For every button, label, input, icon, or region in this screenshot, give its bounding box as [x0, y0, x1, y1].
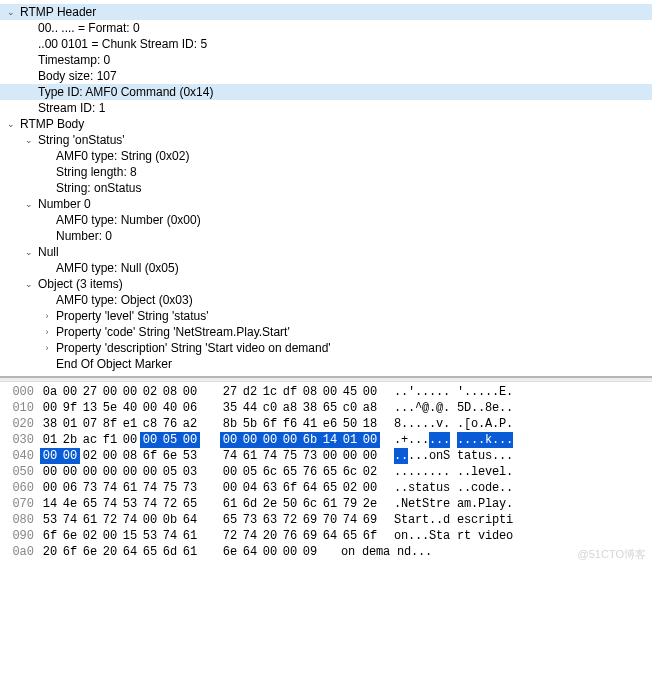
hex-bytes: 5374617274000b646573637269707469: [40, 512, 380, 528]
hex-row[interactable]: 0906f6e020015537461727420766964656fon...…: [0, 528, 652, 544]
hex-row[interactable]: 0000a0027000002080027d21cdf08004500..'..…: [0, 384, 652, 400]
rtmp-body-node[interactable]: ⌄RTMP Body: [0, 116, 652, 132]
string-onstatus-node[interactable]: ⌄String 'onStatus': [0, 132, 652, 148]
caret-down-icon[interactable]: ⌄: [6, 116, 16, 132]
tree-label: ..00 0101 = Chunk Stream ID: 5: [38, 36, 207, 52]
caret-down-icon[interactable]: ⌄: [24, 276, 34, 292]
hex-ascii: 8.....v. .[o.A.P.: [380, 416, 513, 432]
type-id-field[interactable]: ·Type ID: AMF0 Command (0x14): [0, 84, 652, 100]
hex-bytes: 00000200086f6e537461747573000000: [40, 448, 380, 464]
amf0-string-type[interactable]: ·AMF0 type: String (0x02): [0, 148, 652, 164]
hex-dump-pane[interactable]: 0000a0027000002080027d21cdf08004500..'..…: [0, 382, 652, 566]
string-value-field[interactable]: ·String: onStatus: [0, 180, 652, 196]
tree-label: Object (3 items): [38, 276, 123, 292]
tree-label: Number 0: [38, 196, 91, 212]
timestamp-field[interactable]: ·Timestamp: 0: [0, 52, 652, 68]
hex-offset: 030: [0, 432, 40, 448]
hex-row[interactable]: 010009f135e400040063544c0a83865c0a8...^@…: [0, 400, 652, 416]
tree-label: AMF0 type: Null (0x05): [56, 260, 179, 276]
prop-level-node[interactable]: ›Property 'level' String 'status': [0, 308, 652, 324]
hex-offset: 060: [0, 480, 40, 496]
tree-label: Property 'level' String 'status': [56, 308, 209, 324]
hex-row[interactable]: 0a0206f6e2064656d616e64000009 on dema nd…: [0, 544, 652, 560]
hex-bytes: 012bacf100000500000000006b140100: [40, 432, 380, 448]
tree-label: AMF0 type: String (0x02): [56, 148, 189, 164]
hex-offset: 090: [0, 528, 40, 544]
amf0-object-type[interactable]: ·AMF0 type: Object (0x03): [0, 292, 652, 308]
caret-down-icon[interactable]: ⌄: [24, 244, 34, 260]
hex-bytes: 3801078fe1c876a28b5b6ff641e65018: [40, 416, 380, 432]
stream-id-field[interactable]: ·Stream ID: 1: [0, 100, 652, 116]
tree-label: String: onStatus: [56, 180, 141, 196]
hex-ascii: ..'..... '.....E.: [380, 384, 513, 400]
hex-ascii: ..status ..code..: [380, 480, 513, 496]
format-field[interactable]: ·00.. .... = Format: 0: [0, 20, 652, 36]
string-length-field[interactable]: ·String length: 8: [0, 164, 652, 180]
hex-row[interactable]: 070144e657453747265616d2e506c61792e.NetS…: [0, 496, 652, 512]
hex-offset: 0a0: [0, 544, 40, 560]
end-of-object-field[interactable]: ·End Of Object Marker: [0, 356, 652, 372]
tree-label: RTMP Body: [20, 116, 84, 132]
tree-label: Property 'code' String 'NetStream.Play.S…: [56, 324, 290, 340]
tree-label: Type ID: AMF0 Command (0x14): [38, 84, 213, 100]
tree-label: 00.. .... = Format: 0: [38, 20, 140, 36]
tree-label: Null: [38, 244, 59, 260]
amf0-number-type[interactable]: ·AMF0 type: Number (0x00): [0, 212, 652, 228]
caret-down-icon[interactable]: ⌄: [6, 4, 16, 20]
hex-bytes: 000000000000050300056c6576656c02: [40, 464, 380, 480]
hex-bytes: 009f135e400040063544c0a83865c0a8: [40, 400, 380, 416]
tree-label: AMF0 type: Object (0x03): [56, 292, 193, 308]
caret-right-icon[interactable]: ›: [42, 308, 52, 324]
hex-ascii: .+...... ....k...: [380, 432, 513, 448]
hex-offset: 010: [0, 400, 40, 416]
tree-label: End Of Object Marker: [56, 356, 172, 372]
hex-offset: 080: [0, 512, 40, 528]
tree-label: Timestamp: 0: [38, 52, 110, 68]
caret-down-icon[interactable]: ⌄: [24, 132, 34, 148]
hex-bytes: 0a0027000002080027d21cdf08004500: [40, 384, 380, 400]
tree-label: String 'onStatus': [38, 132, 125, 148]
body-size-field[interactable]: ·Body size: 107: [0, 68, 652, 84]
null-node[interactable]: ⌄Null: [0, 244, 652, 260]
tree-label: String length: 8: [56, 164, 137, 180]
caret-down-icon[interactable]: ⌄: [24, 196, 34, 212]
prop-code-node[interactable]: ›Property 'code' String 'NetStream.Play.…: [0, 324, 652, 340]
hex-ascii: .....onS tatus...: [380, 448, 513, 464]
tree-label: RTMP Header: [20, 4, 96, 20]
hex-offset: 070: [0, 496, 40, 512]
hex-row[interactable]: 06000067374617475730004636f64650200..sta…: [0, 480, 652, 496]
hex-ascii: ........ ..level.: [380, 464, 513, 480]
hex-bytes: 6f6e020015537461727420766964656f: [40, 528, 380, 544]
hex-bytes: 144e657453747265616d2e506c61792e: [40, 496, 380, 512]
number-value-field[interactable]: ·Number: 0: [0, 228, 652, 244]
hex-bytes: 206f6e2064656d616e64000009: [40, 544, 320, 560]
packet-details-tree[interactable]: ⌄RTMP Header·00.. .... = Format: 0·..00 …: [0, 0, 652, 376]
rtmp-header-node[interactable]: ⌄RTMP Header: [0, 4, 652, 20]
tree-label: Stream ID: 1: [38, 100, 105, 116]
caret-right-icon[interactable]: ›: [42, 324, 52, 340]
tree-label: Number: 0: [56, 228, 112, 244]
number-node[interactable]: ⌄Number 0: [0, 196, 652, 212]
prop-description-node[interactable]: ›Property 'description' String 'Start vi…: [0, 340, 652, 356]
hex-ascii: on...Sta rt video: [380, 528, 513, 544]
tree-label: AMF0 type: Number (0x00): [56, 212, 201, 228]
hex-row[interactable]: 030012bacf100000500000000006b140100.+...…: [0, 432, 652, 448]
hex-row[interactable]: 04000000200086f6e537461747573000000.....…: [0, 448, 652, 464]
hex-ascii: on dema nd...: [320, 544, 432, 560]
chunk-stream-id-field[interactable]: ·..00 0101 = Chunk Stream ID: 5: [0, 36, 652, 52]
hex-offset: 020: [0, 416, 40, 432]
caret-right-icon[interactable]: ›: [42, 340, 52, 356]
hex-offset: 040: [0, 448, 40, 464]
tree-label: Property 'description' String 'Start vid…: [56, 340, 331, 356]
hex-row[interactable]: 050000000000000050300056c6576656c02.....…: [0, 464, 652, 480]
hex-ascii: Start..d escripti: [380, 512, 513, 528]
object-node[interactable]: ⌄Object (3 items): [0, 276, 652, 292]
hex-row[interactable]: 0805374617274000b646573637269707469Start…: [0, 512, 652, 528]
hex-ascii: ...^@.@. 5D..8e..: [380, 400, 513, 416]
amf0-null-type[interactable]: ·AMF0 type: Null (0x05): [0, 260, 652, 276]
hex-offset: 000: [0, 384, 40, 400]
hex-offset: 050: [0, 464, 40, 480]
hex-row[interactable]: 0203801078fe1c876a28b5b6ff641e650188....…: [0, 416, 652, 432]
hex-ascii: .NetStre am.Play.: [380, 496, 513, 512]
hex-bytes: 00067374617475730004636f64650200: [40, 480, 380, 496]
